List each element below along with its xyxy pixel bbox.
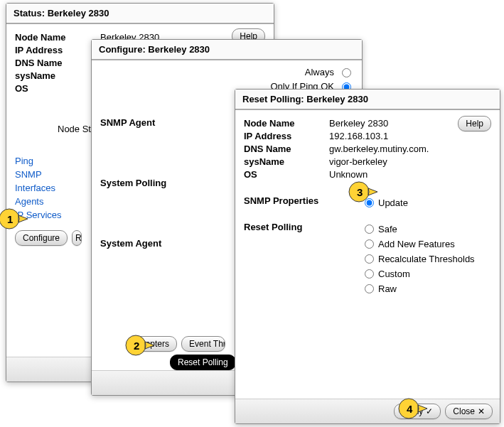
status-button-partial[interactable]: R bbox=[72, 230, 82, 246]
label-os: OS bbox=[15, 82, 100, 95]
configure-title: Configure: Berkeley 2830 bbox=[92, 40, 362, 60]
label-sysname: sysName bbox=[244, 156, 329, 168]
reset-title: Reset Polling: Berkeley 2830 bbox=[235, 90, 500, 110]
opt-raw[interactable]: Raw bbox=[365, 283, 475, 294]
label-node-name: Node Name bbox=[244, 117, 329, 130]
label-reset-polling: Reset Polling bbox=[244, 222, 365, 296]
reset-polling-button[interactable]: Reset Polling bbox=[170, 355, 236, 370]
opt-custom[interactable]: Custom bbox=[365, 269, 475, 279]
opt-always[interactable]: Always bbox=[270, 66, 353, 77]
label-sysname: sysName bbox=[15, 70, 100, 82]
reset-polling-panel: Reset Polling: Berkeley 2830 Help Node N… bbox=[235, 89, 500, 424]
opt-safe[interactable]: Safe bbox=[365, 224, 475, 234]
label-dns: DNS Name bbox=[15, 57, 100, 70]
value-os: Unknown bbox=[329, 168, 471, 181]
opt-recalculate-thresholds[interactable]: Recalculate Thresholds bbox=[365, 254, 475, 264]
close-button[interactable]: Close bbox=[445, 404, 493, 419]
label-snmp-properties: SNMP Properties bbox=[244, 195, 365, 210]
event-thresholds-button[interactable]: Event Thresholds bbox=[181, 336, 225, 352]
label-ip: IP Address bbox=[15, 44, 100, 57]
adapters-button[interactable]: Adapters bbox=[127, 336, 177, 352]
opt-add-new-features[interactable]: Add New Features bbox=[365, 239, 475, 249]
label-dns: DNS Name bbox=[244, 143, 329, 156]
label-ip: IP Address bbox=[244, 130, 329, 143]
value-sysname: vigor-berkeley bbox=[329, 156, 471, 168]
apply-button[interactable]: Apply bbox=[394, 404, 441, 419]
configure-button[interactable]: Configure bbox=[15, 230, 68, 246]
value-dns: gw.berkeley.mutiny.com. bbox=[329, 143, 471, 156]
value-node-name: Berkeley 2830 bbox=[329, 117, 471, 130]
opt-update[interactable]: Update bbox=[365, 198, 408, 208]
label-node-name: Node Name bbox=[15, 31, 100, 44]
status-title: Status: Berkeley 2830 bbox=[6, 4, 274, 24]
label-os: OS bbox=[244, 168, 329, 181]
value-ip: 192.168.103.1 bbox=[329, 130, 471, 143]
